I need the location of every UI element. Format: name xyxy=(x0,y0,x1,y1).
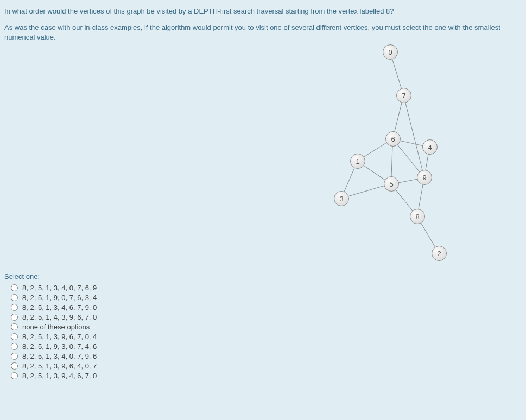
answer-label[interactable]: 8, 2, 5, 1, 3, 4, 0, 7, 9, 6 xyxy=(22,352,97,360)
graph-vertex-6: 6 xyxy=(385,131,401,147)
answer-option[interactable]: 8, 2, 5, 1, 3, 4, 6, 7, 9, 0 xyxy=(11,303,97,311)
answer-label[interactable]: 8, 2, 5, 1, 3, 9, 6, 7, 0, 4 xyxy=(22,333,97,341)
question-text: In what order would the vertices of this… xyxy=(0,0,526,20)
graph-vertex-7: 7 xyxy=(396,88,411,103)
graph-vertex-3: 3 xyxy=(334,191,349,206)
answer-radio[interactable] xyxy=(11,343,18,350)
answer-label[interactable]: none of these options xyxy=(22,323,90,331)
answer-option[interactable]: none of these options xyxy=(11,323,97,331)
answer-radio[interactable] xyxy=(11,372,18,379)
graph-vertex-2: 2 xyxy=(432,246,447,261)
answer-label[interactable]: 8, 2, 5, 1, 3, 9, 6, 4, 0, 7 xyxy=(22,362,97,370)
answer-option[interactable]: 8, 2, 5, 1, 4, 3, 9, 6, 7, 0 xyxy=(11,313,97,321)
answer-option[interactable]: 8, 2, 5, 1, 3, 4, 0, 7, 9, 6 xyxy=(11,352,97,360)
answer-radio[interactable] xyxy=(11,323,18,330)
answer-radio[interactable] xyxy=(11,353,18,360)
answer-label[interactable]: 8, 2, 5, 1, 9, 3, 0, 7, 4, 6 xyxy=(22,342,97,351)
graph-vertex-4: 4 xyxy=(422,139,438,155)
answer-radio[interactable] xyxy=(11,284,18,291)
answer-block: Select one: 8, 2, 5, 1, 3, 4, 0, 7, 6, 9… xyxy=(4,272,97,381)
answer-label[interactable]: 8, 2, 5, 1, 3, 4, 6, 7, 9, 0 xyxy=(22,303,97,311)
answer-label[interactable]: 8, 2, 5, 1, 3, 4, 0, 7, 6, 9 xyxy=(22,284,97,292)
answer-option[interactable]: 8, 2, 5, 1, 3, 9, 6, 7, 0, 4 xyxy=(11,333,97,341)
answer-radio[interactable] xyxy=(11,314,18,321)
answer-label[interactable]: 8, 2, 5, 1, 9, 0, 7, 6, 3, 4 xyxy=(22,294,97,302)
answer-option[interactable]: 8, 2, 5, 1, 9, 0, 7, 6, 3, 4 xyxy=(11,294,97,302)
answer-label[interactable]: 8, 2, 5, 1, 3, 9, 4, 6, 7, 0 xyxy=(22,372,97,380)
answer-label[interactable]: 8, 2, 5, 1, 4, 3, 9, 6, 7, 0 xyxy=(22,313,97,321)
answer-option[interactable]: 8, 2, 5, 1, 9, 3, 0, 7, 4, 6 xyxy=(11,342,97,351)
graph-vertex-9: 9 xyxy=(417,170,432,185)
graph-vertex-5: 5 xyxy=(384,176,399,192)
answer-option[interactable]: 8, 2, 5, 1, 3, 9, 4, 6, 7, 0 xyxy=(11,372,97,380)
options-container: 8, 2, 5, 1, 3, 4, 0, 7, 6, 98, 2, 5, 1, … xyxy=(4,284,97,380)
select-one-label: Select one: xyxy=(4,272,97,281)
graph-vertex-1: 1 xyxy=(350,154,365,169)
graph-vertex-8: 8 xyxy=(410,209,425,224)
answer-radio[interactable] xyxy=(11,333,18,340)
answer-option[interactable]: 8, 2, 5, 1, 3, 9, 6, 4, 0, 7 xyxy=(11,362,97,370)
graph-diagram: 0764195382 xyxy=(326,38,499,266)
graph-vertex-0: 0 xyxy=(383,44,398,60)
answer-radio[interactable] xyxy=(11,362,18,370)
answer-option[interactable]: 8, 2, 5, 1, 3, 4, 0, 7, 6, 9 xyxy=(11,284,97,292)
answer-radio[interactable] xyxy=(11,304,18,311)
answer-radio[interactable] xyxy=(11,294,18,301)
